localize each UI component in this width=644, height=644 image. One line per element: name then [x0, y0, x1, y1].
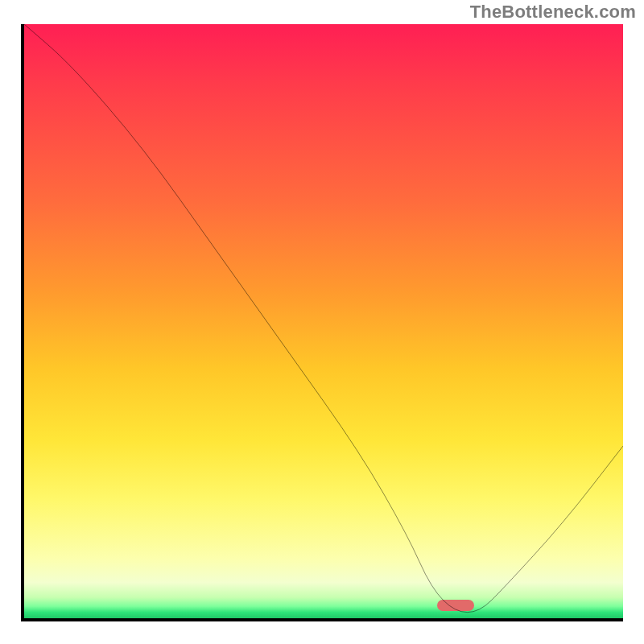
plot-area — [21, 24, 623, 621]
bottleneck-chart: TheBottleneck.com — [0, 0, 644, 644]
fit-gradient-background — [24, 24, 623, 618]
optimum-marker — [437, 600, 474, 611]
watermark-text: TheBottleneck.com — [470, 2, 636, 23]
